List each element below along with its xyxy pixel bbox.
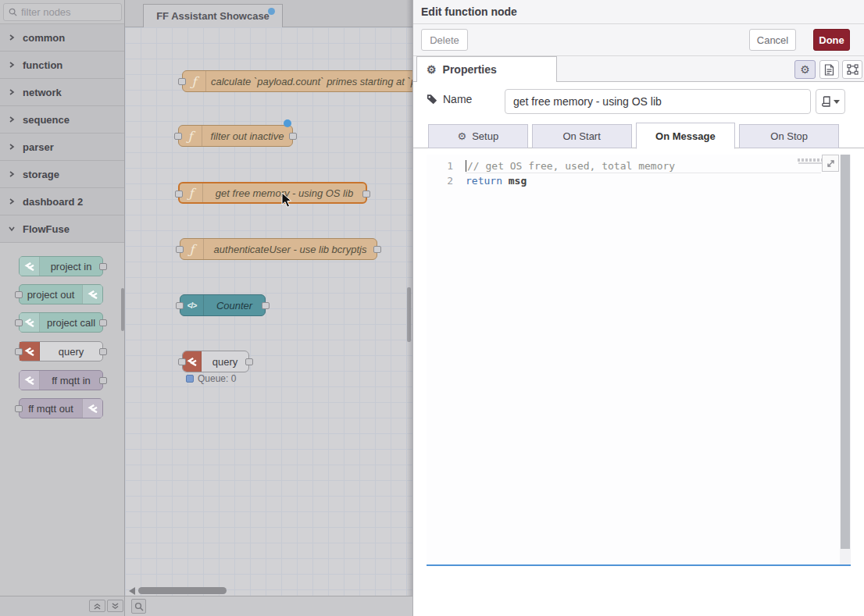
input-port[interactable]: [176, 246, 184, 253]
selection-box-icon: [847, 64, 859, 75]
palette-category-dashboard2[interactable]: dashboard 2: [0, 188, 124, 215]
mqtt-icon: [82, 399, 102, 418]
palette-search-box[interactable]: [3, 3, 122, 21]
palette-node-label: ff mqtt out: [20, 403, 82, 415]
node-get-free-memory[interactable]: ƒ get free memory - using OS lib: [178, 182, 367, 204]
node-label: authenticateUser - use lib bcryptjs: [204, 244, 377, 255]
dialog-form: Name ⚙ Setup On Start On Message On Stop: [413, 82, 864, 616]
output-port[interactable]: [99, 348, 107, 355]
input-port[interactable]: [174, 133, 182, 140]
code-text: msg: [502, 173, 527, 188]
input-port[interactable]: [15, 348, 23, 355]
input-port[interactable]: [176, 302, 184, 309]
hscroll-thumb[interactable]: [138, 587, 227, 594]
tab-on-message[interactable]: On Message: [636, 123, 736, 149]
node-changed-dot: [284, 119, 291, 127]
name-input[interactable]: [505, 89, 811, 114]
palette-category-network[interactable]: network: [0, 79, 124, 106]
input-port[interactable]: [15, 405, 23, 412]
properties-tab[interactable]: ⚙ Properties: [416, 56, 557, 82]
node-authenticate-user[interactable]: ƒ authenticateUser - use lib bcryptjs: [180, 238, 377, 260]
palette-node-query[interactable]: query: [19, 341, 103, 361]
output-port[interactable]: [373, 246, 381, 253]
palette-node-project-out[interactable]: project out: [19, 284, 103, 304]
node-status: Queue: 0: [186, 373, 236, 384]
tab-setup[interactable]: ⚙ Setup: [428, 124, 528, 148]
tab-on-start[interactable]: On Start: [532, 124, 632, 148]
palette-node-project-call[interactable]: project call: [19, 312, 103, 333]
palette-node-ff-mqtt-in[interactable]: ff mqtt in: [19, 370, 103, 390]
node-counter[interactable]: </> Counter: [180, 294, 266, 316]
chevron-right-icon: [9, 89, 15, 95]
output-port[interactable]: [262, 302, 270, 309]
tab-label: On Stop: [770, 130, 808, 142]
chevron-right-icon: [9, 116, 15, 123]
palette-node-project-in[interactable]: project in: [19, 256, 103, 276]
template-icon: </>: [180, 295, 204, 315]
editor-scrollbar[interactable]: [840, 155, 851, 564]
palette-node-ff-mqtt-out[interactable]: ff mqtt out: [19, 398, 103, 418]
code-editor[interactable]: 1 // get OS free, used, total memory 2 r…: [427, 155, 851, 566]
input-port[interactable]: [178, 78, 186, 85]
properties-icon-button[interactable]: ⚙: [794, 60, 816, 79]
library-button[interactable]: [816, 89, 845, 114]
node-palette: common function network sequence parser …: [0, 0, 125, 596]
done-button[interactable]: Done: [813, 29, 850, 51]
output-port[interactable]: [289, 133, 297, 140]
palette-category-sequence[interactable]: sequence: [0, 106, 124, 134]
canvas-search-button[interactable]: [131, 599, 146, 614]
input-port[interactable]: [175, 190, 183, 198]
search-input[interactable]: [21, 6, 107, 18]
flowfuse-icon: [20, 257, 40, 276]
input-port[interactable]: [178, 358, 186, 365]
palette-category-flowfuse[interactable]: FlowFuse: [0, 215, 124, 243]
status-dot-icon: [186, 375, 194, 383]
editor-expand-button[interactable]: [822, 155, 839, 172]
double-chevron-up-icon: [94, 603, 101, 610]
search-icon: [134, 602, 144, 611]
code-line-1[interactable]: 1 // get OS free, used, total memory: [427, 158, 851, 173]
tab-on-stop[interactable]: On Stop: [739, 124, 839, 148]
output-port[interactable]: [362, 190, 370, 198]
output-port[interactable]: [99, 319, 107, 326]
appearance-button[interactable]: [842, 60, 862, 79]
name-row: Name: [413, 88, 864, 115]
output-port[interactable]: [99, 263, 107, 270]
input-port[interactable]: [15, 291, 23, 298]
mouse-cursor: [281, 192, 292, 208]
node-query[interactable]: query: [182, 351, 249, 372]
palette-category-common[interactable]: common: [0, 24, 124, 52]
cancel-button[interactable]: Cancel: [749, 29, 796, 51]
flow-canvas[interactable]: FF Assistant Showcase ƒ calculate `paylo…: [125, 0, 412, 596]
node-filter-out-inactive[interactable]: ƒ filter out inactive: [178, 125, 293, 147]
output-port[interactable]: [245, 358, 253, 365]
expand-all-button[interactable]: [107, 600, 123, 612]
collapse-all-button[interactable]: [89, 600, 105, 612]
palette-flowfuse-nodes: project in project out project call quer…: [0, 243, 124, 596]
palette-node-label: ff mqtt in: [40, 375, 102, 386]
category-label: common: [23, 32, 65, 44]
gear-icon: ⚙: [427, 64, 437, 75]
delete-button[interactable]: Delete: [421, 29, 468, 51]
hscroll-left-arrow[interactable]: [129, 587, 135, 595]
palette-category-storage[interactable]: storage: [0, 161, 124, 188]
category-label: storage: [23, 169, 59, 180]
editor-scrollbar-thumb[interactable]: [841, 155, 850, 549]
chevron-right-icon: [9, 198, 15, 205]
palette-category-parser[interactable]: parser: [0, 134, 124, 161]
code-line-2[interactable]: 2 return msg: [427, 173, 851, 188]
description-button[interactable]: [819, 60, 839, 79]
book-icon: [822, 96, 831, 107]
node-calculate-primes[interactable]: ƒ calculate `payload.count` primes start…: [182, 70, 412, 92]
input-port[interactable]: [15, 319, 23, 326]
dialog-title: Edit function node: [421, 5, 517, 18]
palette-category-function[interactable]: function: [0, 52, 124, 79]
flow-tab[interactable]: FF Assistant Showcase: [143, 4, 283, 27]
palette-node-label: project call: [40, 317, 102, 329]
name-label: Name: [427, 93, 472, 105]
palette-scrollbar[interactable]: [121, 288, 124, 331]
function-tabs: ⚙ Setup On Start On Message On Stop: [428, 124, 839, 148]
chevron-right-icon: [9, 34, 15, 41]
panel-shadow: [406, 0, 412, 596]
output-port[interactable]: [99, 377, 107, 384]
